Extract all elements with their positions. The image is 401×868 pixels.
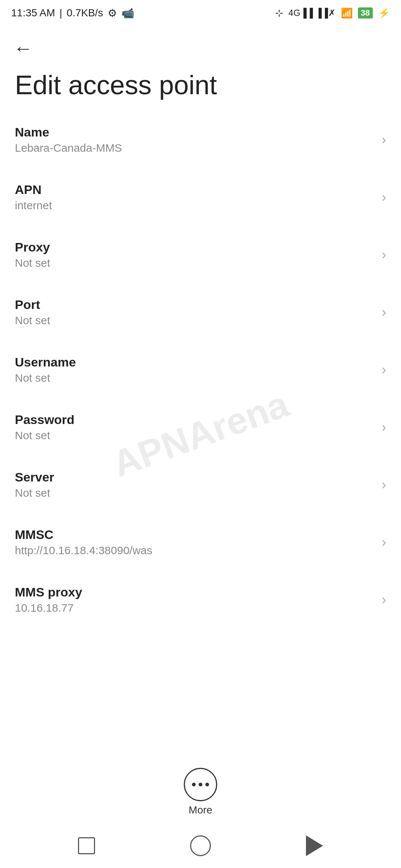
more-dots (192, 783, 209, 786)
nav-triangle-icon (306, 835, 323, 856)
setting-value-apn: internet (15, 199, 382, 212)
setting-content-port: Port Not set (15, 297, 382, 327)
nav-home-button[interactable] (188, 833, 213, 859)
wifi-icon: 📶 (341, 7, 353, 19)
nav-back-button[interactable] (301, 833, 327, 859)
header: ← (0, 26, 401, 63)
back-button[interactable]: ← (13, 37, 33, 59)
chevron-icon-mms-proxy: › (382, 592, 386, 608)
more-dot-1 (192, 783, 196, 786)
bluetooth-icon: ⊹ (275, 7, 283, 19)
setting-item-name[interactable]: Name Lebara-Canada-MMS › (0, 111, 401, 168)
status-speed: | (59, 7, 62, 19)
setting-content-name: Name Lebara-Canada-MMS (15, 125, 382, 154)
setting-value-port: Not set (15, 314, 382, 327)
setting-item-username[interactable]: Username Not set › (0, 341, 401, 398)
status-right: ⊹ 4G▐▐ ▐▐✗ 📶 38 ⚡ (275, 7, 390, 19)
charging-icon: ⚡ (378, 7, 390, 19)
setting-value-mms-proxy: 10.16.18.77 (15, 602, 382, 614)
chevron-icon-password: › (382, 420, 386, 435)
more-button-area[interactable]: More (0, 768, 401, 816)
setting-label-username: Username (15, 355, 382, 369)
setting-content-password: Password Not set (15, 412, 382, 442)
battery-icon: 38 (358, 7, 373, 19)
status-data-speed: 0.7KB/s (67, 7, 103, 19)
status-bar: 11:35 AM | 0.7KB/s ⚙ 📹 ⊹ 4G▐▐ ▐▐✗ 📶 38 ⚡ (0, 0, 401, 26)
setting-label-port: Port (15, 297, 382, 312)
setting-content-server: Server Not set (15, 470, 382, 499)
more-icon (184, 768, 217, 801)
setting-item-port[interactable]: Port Not set › (0, 283, 401, 341)
setting-item-mms-proxy[interactable]: MMS proxy 10.16.18.77 › (0, 571, 401, 628)
setting-label-mms-proxy: MMS proxy (15, 585, 382, 599)
more-dot-3 (205, 783, 209, 786)
settings-list: Name Lebara-Canada-MMS › APN internet › … (0, 111, 401, 628)
setting-value-name: Lebara-Canada-MMS (15, 142, 382, 154)
nav-bar (0, 823, 401, 868)
setting-label-password: Password (15, 412, 382, 427)
chevron-icon-proxy: › (382, 247, 386, 263)
setting-value-proxy: Not set (15, 257, 382, 269)
nav-circle-icon (190, 835, 211, 856)
setting-value-server: Not set (15, 487, 382, 499)
setting-label-server: Server (15, 470, 382, 484)
nav-recents-button[interactable] (74, 833, 100, 859)
chevron-icon-name: › (382, 132, 386, 148)
chevron-icon-apn: › (382, 190, 386, 205)
setting-item-password[interactable]: Password Not set › (0, 398, 401, 456)
setting-label-apn: APN (15, 183, 382, 197)
setting-label-proxy: Proxy (15, 240, 382, 254)
chevron-icon-server: › (382, 477, 386, 493)
setting-content-proxy: Proxy Not set (15, 240, 382, 269)
setting-content-mms-proxy: MMS proxy 10.16.18.77 (15, 585, 382, 614)
setting-item-proxy[interactable]: Proxy Not set › (0, 226, 401, 283)
chevron-icon-port: › (382, 305, 386, 320)
more-label: More (189, 804, 212, 816)
setting-value-mmsc: http://10.16.18.4:38090/was (15, 544, 382, 557)
video-icon: 📹 (121, 7, 134, 19)
chevron-icon-mmsc: › (382, 535, 386, 550)
status-time: 11:35 AM (11, 7, 55, 19)
page-title: Edit access point (0, 63, 401, 111)
setting-item-mmsc[interactable]: MMSC http://10.16.18.4:38090/was › (0, 513, 401, 571)
chevron-icon-username: › (382, 362, 386, 378)
setting-value-password: Not set (15, 429, 382, 442)
nav-square-icon (78, 837, 95, 854)
setting-content-apn: APN internet (15, 183, 382, 212)
setting-label-name: Name (15, 125, 382, 139)
setting-item-server[interactable]: Server Not set › (0, 456, 401, 513)
setting-item-apn[interactable]: APN internet › (0, 168, 401, 226)
more-dot-2 (199, 783, 202, 786)
setting-content-mmsc: MMSC http://10.16.18.4:38090/was (15, 527, 382, 557)
setting-value-username: Not set (15, 372, 382, 384)
settings-icon: ⚙ (108, 7, 117, 19)
setting-content-username: Username Not set (15, 355, 382, 384)
setting-label-mmsc: MMSC (15, 527, 382, 542)
status-left: 11:35 AM | 0.7KB/s ⚙ 📹 (11, 7, 134, 19)
signal-icons: 4G▐▐ ▐▐✗ (288, 8, 336, 18)
